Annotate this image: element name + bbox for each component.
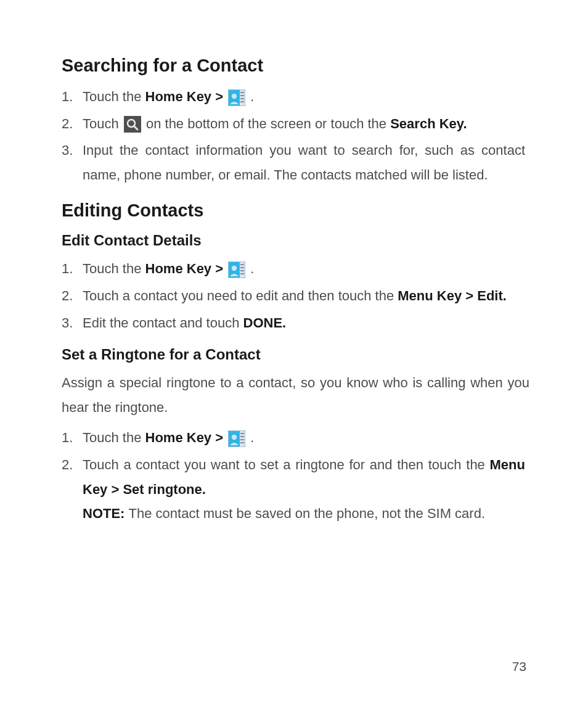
contacts-app-icon [228,430,245,447]
svg-rect-6 [240,101,244,102]
svg-point-2 [232,93,237,98]
heading-searching: Searching for a Contact [62,55,529,76]
list-item: 3. Edit the contact and touch DONE. [62,311,529,335]
text: . [247,430,254,445]
list-searching: 1. Touch the Home Key > . [62,84,529,187]
list-number: 2. [62,284,83,308]
svg-rect-22 [240,439,244,440]
list-edit-details: 1. Touch the Home Key > . [62,257,529,335]
text-bold: DONE. [243,315,287,331]
svg-rect-15 [240,270,244,271]
text-bold: Home Key > [145,89,227,104]
text: . [247,89,254,104]
svg-rect-7 [124,116,141,133]
page: Searching for a Contact 1. Touch the Hom… [0,0,588,711]
contacts-app-icon [228,261,245,278]
svg-rect-20 [240,433,244,434]
list-ringtone: 1. Touch the Home Key > . [62,425,529,525]
subheading-edit-details: Edit Contact Details [62,232,529,249]
text-bold: Menu Key > Edit. [398,288,507,303]
search-icon [124,116,141,133]
list-number: 2. [62,453,83,477]
contacts-app-icon [228,89,245,106]
list-number: 2. [62,112,83,136]
svg-rect-14 [240,267,244,268]
page-number: 73 [512,659,526,674]
list-item: 1. Touch the Home Key > . [62,425,529,450]
text: Touch the [83,261,145,276]
note-text: The contact must be saved on the phone, … [129,506,485,521]
svg-rect-21 [240,436,244,437]
svg-rect-5 [240,98,244,99]
text-bold: Home Key > [145,261,227,276]
list-item: 2. Touch on the bottom of the screen or … [62,112,529,136]
svg-rect-13 [240,264,244,265]
list-number: 1. [62,425,83,450]
text: Touch the [83,430,145,445]
list-number: 3. [62,138,83,163]
svg-rect-3 [240,92,244,93]
svg-rect-23 [240,442,244,443]
list-number: 3. [62,311,83,335]
text: Touch [83,116,123,131]
text: Input the contact information you want t… [83,138,525,187]
text-bold: Search Key. [390,116,467,131]
list-item: 2. Touch a contact you need to edit and … [62,284,529,308]
list-number: 1. [62,257,83,281]
text: Touch the [83,89,145,104]
list-item: 1. Touch the Home Key > . [62,84,529,109]
svg-point-19 [232,435,237,440]
text: . [247,261,254,276]
list-item: 2. Touch a contact you want to set a rin… [62,453,529,526]
heading-editing: Editing Contacts [62,200,529,221]
note-label: NOTE: [83,506,129,521]
paragraph-ringtone-intro: Assign a special ringtone to a contact, … [62,371,529,419]
svg-rect-4 [240,95,244,96]
list-number: 1. [62,84,83,109]
text: Touch a contact you need to edit and the… [83,288,398,303]
text: Touch a contact you want to set a ringto… [83,457,490,472]
svg-point-12 [232,266,237,271]
list-item: 3. Input the contact information you wan… [62,138,529,187]
text-bold: Home Key > [145,430,227,445]
text: Edit the contact and touch [83,315,243,331]
subheading-ringtone: Set a Ringtone for a Contact [62,346,529,363]
svg-rect-16 [240,273,244,274]
text: on the bottom of the screen or touch the [142,116,390,131]
list-item: 1. Touch the Home Key > . [62,257,529,281]
